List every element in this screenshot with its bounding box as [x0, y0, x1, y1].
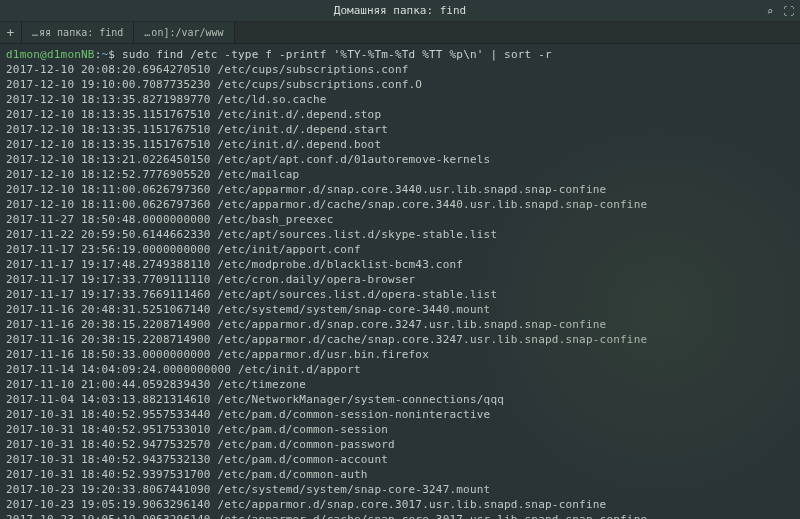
tab-varwww[interactable]: … on]:/var/www: [134, 22, 234, 43]
output-line: 2017-11-17 19:17:33.7709111110 /etc/cron…: [6, 272, 794, 287]
fullscreen-icon[interactable]: ⛶: [783, 5, 794, 18]
output-line: 2017-11-17 19:17:48.2749388110 /etc/modp…: [6, 257, 794, 272]
output-line: 2017-12-10 18:13:35.1151767510 /etc/init…: [6, 137, 794, 152]
output-line: 2017-11-17 19:17:33.7669111460 /etc/apt/…: [6, 287, 794, 302]
search-icon[interactable]: ⌕: [766, 5, 773, 18]
output-line: 2017-10-31 18:40:52.9477532570 /etc/pam.…: [6, 437, 794, 452]
tab-label: on]:/var/www: [151, 27, 223, 38]
output-line: 2017-12-10 18:11:00.0626797360 /etc/appa…: [6, 182, 794, 197]
output-line: 2017-11-10 21:00:44.0592839430 /etc/time…: [6, 377, 794, 392]
tab-ellipsis: …: [32, 27, 37, 38]
output-line: 2017-10-23 19:20:33.8067441090 /etc/syst…: [6, 482, 794, 497]
output-line: 2017-10-31 18:40:52.9397531700 /etc/pam.…: [6, 467, 794, 482]
output-block: 2017-12-10 20:08:20.6964270510 /etc/cups…: [6, 62, 794, 519]
output-line: 2017-12-10 18:12:52.7776905520 /etc/mail…: [6, 167, 794, 182]
window-controls: ⌕ ⛶: [766, 0, 794, 22]
output-line: 2017-10-23 19:05:19.9063296140 /etc/appa…: [6, 497, 794, 512]
tab-label: яя папка: find: [39, 27, 123, 38]
new-tab-button[interactable]: +: [0, 22, 22, 43]
output-line: 2017-12-10 18:13:21.0226450150 /etc/apt/…: [6, 152, 794, 167]
output-line: 2017-11-22 20:59:50.6144662330 /etc/apt/…: [6, 227, 794, 242]
window-title: Домашняя папка: find: [334, 4, 466, 17]
output-line: 2017-12-10 18:13:35.8271989770 /etc/ld.s…: [6, 92, 794, 107]
output-line: 2017-12-10 18:11:00.0626797360 /etc/appa…: [6, 197, 794, 212]
output-line: 2017-11-16 20:38:15.2208714900 /etc/appa…: [6, 332, 794, 347]
output-line: 2017-11-27 18:50:48.0000000000 /etc/bash…: [6, 212, 794, 227]
prompt-sep: :: [95, 48, 102, 61]
output-line: 2017-11-16 20:38:15.2208714900 /etc/appa…: [6, 317, 794, 332]
output-line: 2017-12-10 20:08:20.6964270510 /etc/cups…: [6, 62, 794, 77]
output-line: 2017-12-10 18:13:35.1151767510 /etc/init…: [6, 107, 794, 122]
command-text: sudo find /etc -type f -printf '%TY-%Tm-…: [122, 48, 552, 61]
output-line: 2017-10-31 18:40:52.9437532130 /etc/pam.…: [6, 452, 794, 467]
output-line: 2017-12-10 18:13:35.1151767510 /etc/init…: [6, 122, 794, 137]
output-line: 2017-11-16 20:48:31.5251067140 /etc/syst…: [6, 302, 794, 317]
tab-ellipsis: …: [144, 27, 149, 38]
prompt-userhost: d1mon@d1monNB: [6, 48, 95, 61]
plus-icon: +: [7, 25, 15, 40]
output-line: 2017-10-23 19:05:19.9063296140 /etc/appa…: [6, 512, 794, 519]
prompt-dollar: $: [108, 48, 122, 61]
window-titlebar: Домашняя папка: find ⌕ ⛶: [0, 0, 800, 22]
output-line: 2017-11-14 14:04:09:24.0000000000 /etc/i…: [6, 362, 794, 377]
output-line: 2017-12-10 19:10:00.7087735230 /etc/cups…: [6, 77, 794, 92]
output-line: 2017-10-31 18:40:52.9517533010 /etc/pam.…: [6, 422, 794, 437]
output-line: 2017-11-04 14:03:13.8821314610 /etc/Netw…: [6, 392, 794, 407]
tab-strip: + … яя папка: find … on]:/var/www: [0, 22, 800, 44]
output-line: 2017-11-17 23:56:19.0000000000 /etc/init…: [6, 242, 794, 257]
terminal-viewport[interactable]: d1mon@d1monNB:~$ sudo find /etc -type f …: [0, 44, 800, 519]
output-line: 2017-11-16 18:50:33.0000000000 /etc/appa…: [6, 347, 794, 362]
tab-find[interactable]: … яя папка: find: [22, 22, 134, 43]
output-line: 2017-10-31 18:40:52.9557533440 /etc/pam.…: [6, 407, 794, 422]
prompt-line: d1mon@d1monNB:~$ sudo find /etc -type f …: [6, 47, 794, 62]
